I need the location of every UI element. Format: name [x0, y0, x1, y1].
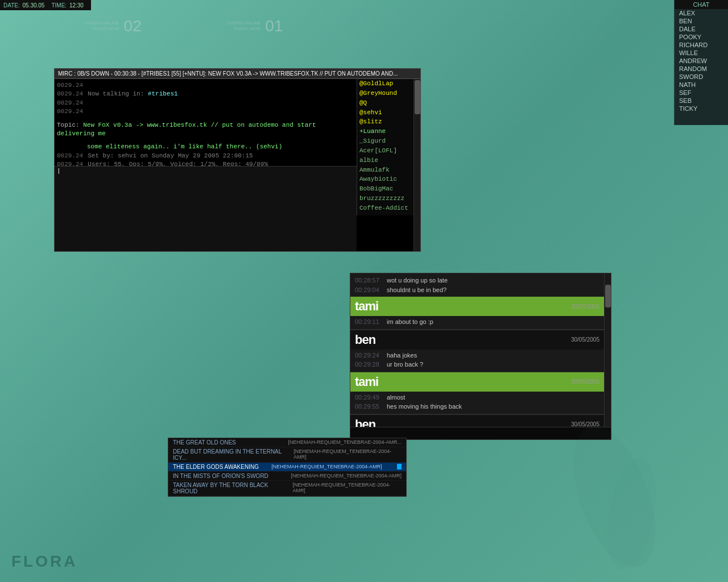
chat-conversation-body[interactable]: 00:28:57wot u doing up so late 00:29:04s…	[350, 273, 604, 427]
date-label: DATE:	[3, 2, 20, 9]
chat-user-andrew[interactable]: ANDREW	[675, 57, 728, 65]
counter-02-label: USERS ONLINERIGHT NOW	[85, 20, 119, 31]
top-bar: DATE: 05.30.05 TIME: 12:30	[0, 0, 91, 10]
chat-date-tami-2: 30/05/2005	[571, 379, 599, 385]
mirc-userlist: @GoldlLap @GreyHound @Q @sehvi @slitz +L…	[357, 79, 413, 215]
time-value: 12:30	[69, 2, 84, 9]
chat-username-ben-2: ben	[355, 417, 375, 427]
chat-group-tami-1: tami 30/05/2005 00:29:11im about to go :…	[350, 297, 604, 330]
mirc-input[interactable]: |	[55, 166, 357, 251]
track-file-3: [NEHEMAH-REQUIEM_TENEBRAE-2004-AMR]	[271, 464, 382, 470]
mirc-titlebar: MIRC : 0B/S DOWN - 00:30:38 - [#TRIBES1 …	[55, 69, 420, 79]
time-display: TIME: 12:30	[51, 2, 83, 9]
track-name-4: IN THE MISTS OF ORION'S SWORD	[173, 473, 268, 479]
music-track-4[interactable]: IN THE MISTS OF ORION'S SWORD [NEHEMAH-R…	[168, 472, 406, 481]
date-value: 05.30.05	[23, 2, 45, 9]
chat-user-dale[interactable]: DALE	[675, 25, 728, 33]
music-track-5[interactable]: TAKEN AWAY BY THE TORN BLACK SHROUD [NEH…	[168, 481, 406, 496]
mirc-body: 0029.24 0029.24Now talking in: #tribes1 …	[55, 79, 420, 251]
counter-01-label: USERS ONLINERIGHT NOW	[227, 20, 261, 31]
chat-user-sef[interactable]: SEF	[675, 89, 728, 97]
chat-group-ben-1: ben 30/05/2005 00:29:24haha jokes 00:29:…	[350, 330, 604, 372]
chat-date-tami-1: 30/05/2005	[571, 304, 599, 310]
music-track-1[interactable]: THE GREAT OLD ONES [NEHEMAH-REQUIEM_TENE…	[168, 438, 406, 447]
track-file-4: [NEHEMAH-REQUIEM_TENEBRAE-2004-AMR]	[291, 473, 402, 479]
music-track-2[interactable]: DEAD BUT DREAMING IN THE ETERNAL ICY... …	[168, 447, 406, 463]
chat-username-tami-1: tami	[355, 299, 378, 314]
track-name-3: THE ELDER GODS AWAKENING	[173, 464, 259, 470]
mirc-window: MIRC : 0B/S DOWN - 00:30:38 - [#TRIBES1 …	[54, 68, 421, 252]
chat-sidebar-title: CHAT	[675, 0, 728, 9]
chat-user-header-ben-1: ben 30/05/2005	[350, 330, 604, 350]
chat-user-pooky[interactable]: POOKY	[675, 33, 728, 41]
mirc-chat-area[interactable]: 0029.24 0029.24Now talking in: #tribes1 …	[55, 79, 357, 166]
music-player: THE GREAT OLD ONES [NEHEMAH-REQUIEM_TENE…	[168, 438, 407, 497]
chat-user-ben[interactable]: BEN	[675, 17, 728, 25]
chat-user-random[interactable]: RANDOM	[675, 65, 728, 73]
chat-user-list: ALEX BEN DALE POOKY RICHARD WILLE ANDREW…	[675, 9, 728, 113]
chat-group-tami-2: tami 30/05/2005 00:29:49almost 00:29:55h…	[350, 372, 604, 414]
chat-user-alex[interactable]: ALEX	[675, 9, 728, 17]
track-file-5: [NEHEMAH-REQUIEM_TENEBRAE-2004-AMR]	[292, 482, 402, 494]
music-track-3[interactable]: THE ELDER GODS AWAKENING [NEHEMAH-REQUIE…	[168, 463, 406, 472]
track-name-5: TAKEN AWAY BY THE TORN BLACK SHROUD	[173, 482, 292, 494]
chat-user-nath[interactable]: NATH	[675, 81, 728, 89]
chat-user-wille[interactable]: WILLE	[675, 49, 728, 57]
pre-messages: 00:28:57wot u doing up so late 00:29:04s…	[350, 273, 604, 297]
date-display: DATE: 05.30.05	[3, 2, 44, 9]
track-name-2: DEAD BUT DREAMING IN THE ETERNAL ICY...	[173, 448, 293, 461]
chat-user-sword[interactable]: SWORD	[675, 73, 728, 81]
track-file-2: [NEHEMAH-REQUIEM_TENEBRAE-2004-AMR]	[293, 448, 402, 461]
chat-sidebar: CHAT ALEX BEN DALE POOKY RICHARD WILLE A…	[674, 0, 728, 125]
decorative-leaf	[557, 411, 671, 582]
chat-username-ben-1: ben	[355, 332, 375, 347]
chat-date-ben-1: 30/05/2005	[571, 336, 599, 343]
flora-dots: ..	[65, 558, 78, 569]
chat-user-header-tami-1: tami 30/05/2005	[350, 297, 604, 316]
counter-01: USERS ONLINERIGHT NOW 01	[227, 17, 283, 35]
chat-msgs-tami-1: 00:29:11im about to go :p	[350, 316, 604, 329]
counter-02: USERS ONLINERIGHT NOW 02	[85, 17, 142, 35]
chat-msgs-tami-2: 00:29:49almost 00:29:55hes moving his th…	[350, 392, 604, 414]
chat-user-ticky[interactable]: TICKY	[675, 105, 728, 113]
chat-user-richard[interactable]: RICHARD	[675, 41, 728, 49]
time-label: TIME:	[51, 2, 67, 9]
counter-area: USERS ONLINERIGHT NOW 02 USERS ONLINERIG…	[85, 17, 283, 35]
counter-01-number: 01	[265, 17, 283, 35]
track-name-1: THE GREAT OLD ONES	[173, 439, 236, 446]
eq-indicator	[397, 464, 402, 469]
chat-user-seb[interactable]: SEB	[675, 97, 728, 105]
chat-username-tami-2: tami	[355, 375, 378, 389]
chat-msgs-ben-1: 00:29:24haha jokes 00:29:28ur bro back ?	[350, 350, 604, 372]
chat-scrollbar[interactable]	[604, 273, 611, 427]
chat-user-header-tami-2: tami 30/05/2005	[350, 372, 604, 392]
track-file-1: [NEHEMAH-REQUIEM_TENEBRAE-2004-AMR...	[288, 439, 402, 446]
counter-02-number: 02	[124, 17, 142, 35]
